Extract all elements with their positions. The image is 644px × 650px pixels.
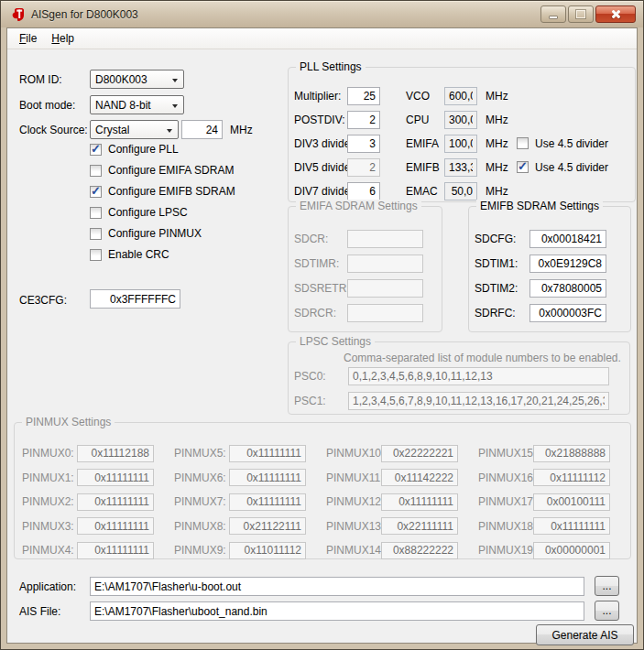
psc1-label: PSC1: (294, 395, 348, 407)
dropdown-arrow-icon (172, 104, 178, 108)
checkbox-icon (90, 207, 102, 219)
pinmux4-input (77, 542, 154, 559)
checkbox-configure-pinmux[interactable]: Configure PINMUX (90, 227, 202, 240)
sdrfc-label: SDRFC: (475, 307, 529, 320)
pinmux11-input (381, 469, 458, 486)
vco-output (444, 87, 477, 105)
main-panel: ROM ID: D800K003 Boot mode: NAND 8-bit C… (7, 50, 637, 643)
pinmux16-label: PINMUX16: (478, 471, 533, 484)
cpu-unit: MHz (486, 114, 510, 126)
clock-source-select[interactable]: Crystal (90, 120, 179, 139)
sdcfg-input[interactable] (529, 230, 606, 248)
checkbox-label: Configure EMIFB SDRAM (108, 185, 235, 198)
vco-label: VCO (406, 90, 444, 103)
ais-file-input[interactable] (90, 601, 584, 621)
clock-source-value: Crystal (95, 124, 129, 136)
generate-ais-button[interactable]: Generate AIS (536, 624, 634, 645)
pinmux1-input (77, 469, 154, 486)
emifa-use45-checkbox[interactable]: Use 4.5 divider (517, 137, 608, 150)
checkbox-enable-crc[interactable]: Enable CRC (90, 248, 169, 261)
application-input[interactable] (90, 577, 584, 596)
sdtimr-input (347, 255, 423, 273)
pinmux1-label: PINMUX1: (22, 471, 77, 484)
checkbox-icon (90, 186, 102, 198)
div3-label: DIV3 divider: (294, 137, 347, 150)
sdsretr-input (347, 279, 423, 298)
checkbox-icon (517, 161, 529, 173)
pinmux13-label: PINMUX13: (326, 520, 381, 533)
vco-unit: MHz (486, 90, 510, 103)
sdcr-input (347, 230, 423, 248)
menu-bar: File Help (7, 28, 637, 49)
ce3cfg-input[interactable] (90, 289, 180, 309)
pll-settings-group: PLL Settings Multiplier: VCO MHz POSTDIV… (288, 67, 636, 202)
pinmux18-input (533, 517, 610, 535)
emifa-sdram-group: EMIFA SDRAM Settings SDCR: SDTIMR: SDSRE… (288, 206, 442, 332)
sdrcr-input (347, 304, 423, 322)
dropdown-arrow-icon (172, 79, 178, 82)
multiplier-input[interactable] (347, 87, 380, 105)
ais-file-browse-button[interactable]: ... (595, 601, 619, 621)
pinmux8-label: PINMUX8: (174, 520, 229, 533)
rom-id-select[interactable]: D800K003 (90, 70, 184, 89)
ce3cfg-label: CE3CFG: (19, 294, 67, 307)
emifb-use45-checkbox[interactable]: Use 4.5 divider (517, 161, 608, 174)
pinmux3-label: PINMUX3: (22, 520, 77, 533)
pinmux8-input (229, 517, 306, 535)
sdrfc-input[interactable] (529, 304, 606, 322)
menu-item-file[interactable]: File (12, 29, 44, 48)
pinmux9-input (229, 542, 306, 559)
boot-mode-select[interactable]: NAND 8-bit (90, 95, 184, 114)
postdiv-input[interactable] (347, 111, 380, 129)
emac-unit: MHz (486, 185, 510, 198)
clock-source-label: Clock Source: (19, 124, 88, 136)
pinmux0-label: PINMUX0: (22, 447, 77, 460)
pinmux19-label: PINMUX19: (478, 544, 533, 557)
sdsretr-label: SDSRETR: (294, 282, 347, 295)
pinmux12-input (381, 493, 458, 511)
emifa-freq-label: EMIFA (406, 137, 444, 150)
maximize-button[interactable] (568, 5, 594, 23)
div7-input[interactable] (347, 182, 380, 200)
rom-id-label: ROM ID: (19, 73, 62, 86)
checkbox-configure-emifb-sdram[interactable]: Configure EMIFB SDRAM (90, 185, 235, 198)
psc0-label: PSC0: (294, 370, 348, 383)
clock-freq-input[interactable] (181, 120, 223, 139)
generate-ais-label: Generate AIS (551, 629, 617, 642)
client-area: File Help ROM ID: D800K003 Boot mode: NA… (6, 27, 638, 644)
pinmux16-input (533, 469, 610, 486)
checkbox-label: Enable CRC (108, 248, 169, 261)
div5-label: DIV5 divider: (294, 161, 347, 174)
pinmux6-label: PINMUX6: (174, 471, 229, 484)
emac-output (444, 182, 477, 200)
pinmux7-label: PINMUX7: (174, 495, 229, 508)
sdtim1-input[interactable] (529, 255, 606, 273)
pinmux9-label: PINMUX9: (174, 544, 229, 557)
menu-item-help[interactable]: Help (44, 29, 82, 48)
title-bar: AISgen for D800K003 (1, 1, 643, 27)
pinmux0-input (77, 445, 154, 462)
emifb-freq-label: EMIFB (406, 161, 444, 174)
minimize-button[interactable] (540, 5, 566, 23)
checkbox-configure-pll[interactable]: Configure PLL (90, 143, 179, 156)
pinmux4-label: PINMUX4: (22, 544, 77, 557)
application-label: Application: (19, 580, 76, 593)
sdrcr-label: SDRCR: (294, 307, 347, 320)
psc1-input (348, 392, 609, 410)
cpu-label: CPU (406, 114, 444, 126)
div3-input[interactable] (347, 135, 380, 153)
checkbox-configure-lpsc[interactable]: Configure LPSC (90, 206, 188, 219)
pinmux10-label: PINMUX10: (326, 447, 381, 460)
emac-label: EMAC (406, 185, 444, 198)
rom-id-value: D800K003 (95, 73, 147, 86)
emifa-freq-unit: MHz (486, 137, 510, 150)
application-browse-button[interactable]: ... (595, 576, 619, 596)
close-button[interactable] (595, 5, 636, 23)
postdiv-label: POSTDIV: (294, 114, 347, 126)
checkbox-icon (90, 165, 102, 177)
psc0-input (348, 367, 609, 385)
checkbox-configure-emifa-sdram[interactable]: Configure EMIFA SDRAM (90, 164, 234, 177)
browse-ellipsis-label: ... (602, 580, 611, 592)
pinmux14-label: PINMUX14: (326, 544, 381, 557)
sdtim2-input[interactable] (529, 279, 606, 298)
